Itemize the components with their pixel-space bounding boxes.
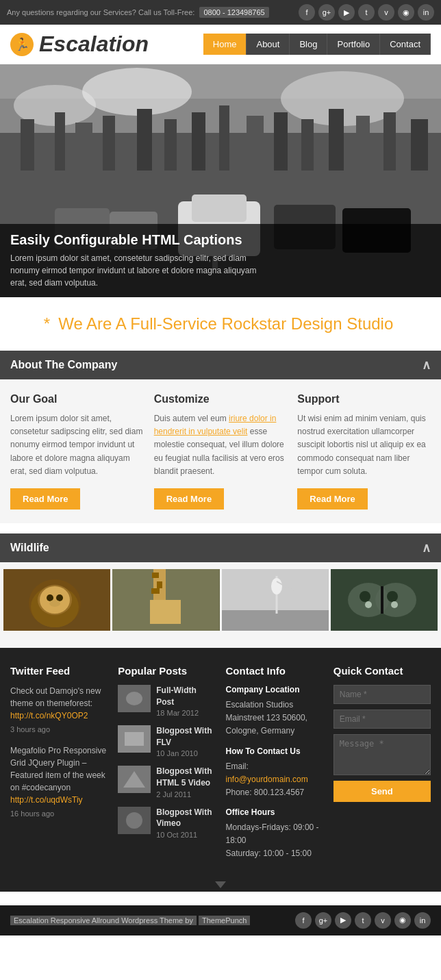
- wildlife-img-heron: [222, 569, 329, 631]
- footer-bottom-socials: f g+ ▶ t v ◉ in: [295, 912, 431, 929]
- footer-social-facebook-icon[interactable]: f: [295, 912, 312, 929]
- popular-post-4: Blogpost With Vimeo 10 Oct 2011: [118, 807, 215, 839]
- about-customize-title: Customize: [154, 393, 288, 405]
- about-goal-btn[interactable]: Read More: [10, 488, 80, 510]
- about-customize-btn[interactable]: Read More: [154, 488, 224, 510]
- footer-spacer: [0, 871, 441, 892]
- about-support-text: Ut wisi enim ad minim veniam, quis nostr…: [297, 412, 431, 478]
- svg-point-55: [365, 601, 372, 608]
- about-section-title: About The Company: [10, 359, 117, 371]
- footer-social-youtube-icon[interactable]: ▶: [335, 912, 351, 929]
- message-input[interactable]: [333, 734, 431, 775]
- svg-rect-12: [192, 112, 205, 174]
- svg-point-53: [360, 591, 370, 602]
- svg-rect-8: [75, 123, 92, 174]
- twitter-item-2-time: 16 hours ago: [10, 808, 108, 820]
- name-input[interactable]: [333, 685, 431, 704]
- quick-contact-title: Quick Contact: [333, 665, 431, 677]
- social-twitter-icon[interactable]: t: [358, 4, 375, 21]
- about-goal-title: Our Goal: [10, 393, 144, 405]
- twitter-feed-title: Twitter Feed: [10, 665, 108, 677]
- about-col-goal: Our Goal Lorem ipsum dolor sit amet, con…: [10, 393, 144, 510]
- svg-rect-25: [192, 194, 247, 222]
- social-youtube-icon[interactable]: ▶: [338, 4, 355, 21]
- svg-rect-20: [411, 119, 428, 174]
- section-gap: [0, 523, 441, 533]
- contact-office-hours-1: Mondays-Fridays: 09:00 - 18:00: [226, 822, 319, 845]
- popular-posts-title: Popular Posts: [118, 665, 215, 677]
- heron-svg: [222, 569, 329, 631]
- footer: Twitter Feed Check out Damojo's new them…: [0, 648, 441, 871]
- twitter-item-2-text: Megafolio Pro Responsive Grid JQuery Plu…: [10, 746, 106, 792]
- contact-company-header: Company Location: [226, 685, 323, 694]
- svg-rect-13: [219, 105, 229, 174]
- about-col-customize: Customize Duis autem vel eum iriure dolo…: [154, 393, 288, 510]
- social-flickr-icon[interactable]: ◉: [398, 4, 414, 21]
- svg-point-37: [49, 600, 60, 607]
- popular-post-link-2[interactable]: Blogpost With FLV: [156, 726, 212, 747]
- hero-text: Lorem ipsum dolor sit amet, consetetur s…: [10, 252, 270, 289]
- about-customize-text: Duis autem vel eum iriure dolor in hendr…: [154, 412, 288, 478]
- popular-post-info-4: Blogpost With Vimeo 10 Oct 2011: [156, 807, 215, 839]
- footer-social-linkedin-icon[interactable]: in: [414, 912, 431, 929]
- footer-credit: Escalation Responsive Allround Wordpress…: [10, 916, 197, 925]
- svg-point-54: [387, 591, 398, 602]
- about-columns: Our Goal Lorem ipsum dolor sit amet, con…: [10, 393, 431, 510]
- popular-post-link-4[interactable]: Blogpost With Vimeo: [156, 807, 212, 829]
- about-support-title: Support: [297, 393, 431, 405]
- social-google-icon[interactable]: g+: [318, 4, 335, 21]
- popular-post-img-4: [118, 807, 151, 834]
- wildlife-img-giraffe: [112, 569, 219, 631]
- email-input[interactable]: [333, 709, 431, 729]
- nav-blog[interactable]: Blog: [290, 34, 327, 55]
- nav-about[interactable]: About: [247, 34, 290, 55]
- svg-rect-17: [329, 109, 344, 174]
- popular-post-link-3[interactable]: Blogpost With HTML 5 Video: [156, 766, 212, 788]
- about-chevron-icon[interactable]: ∧: [422, 357, 431, 373]
- main-nav: Home About Blog Portfolio Contact: [203, 34, 431, 55]
- social-facebook-icon[interactable]: f: [299, 4, 315, 21]
- top-bar: Any questions regarding our Services? Ca…: [0, 0, 441, 25]
- lion-svg: [3, 569, 110, 631]
- about-support-btn[interactable]: Read More: [297, 488, 367, 510]
- logo-icon: 🏃: [10, 33, 34, 56]
- svg-rect-18: [356, 116, 370, 174]
- contact-info-col: Contact Info Company Location Escalation…: [226, 665, 323, 861]
- contact-company-name: Escalation Studios: [226, 699, 323, 712]
- social-vimeo-icon[interactable]: v: [378, 4, 394, 21]
- send-button[interactable]: Send: [333, 781, 431, 802]
- nav-home[interactable]: Home: [203, 34, 247, 55]
- popular-post-date-2: 10 Jan 2010: [156, 749, 215, 757]
- footer-social-flickr-icon[interactable]: ◉: [394, 912, 411, 929]
- butterfly-svg: [331, 569, 438, 631]
- nav-portfolio[interactable]: Portfolio: [327, 34, 380, 55]
- footer-social-google-icon[interactable]: g+: [315, 912, 331, 929]
- svg-rect-42: [157, 581, 162, 588]
- contact-email-link[interactable]: info@yourdomain.com: [226, 775, 308, 784]
- wildlife-images: [0, 562, 441, 638]
- svg-point-35: [47, 594, 53, 601]
- wildlife-chevron-icon[interactable]: ∧: [422, 540, 431, 555]
- tagline-text: We Are A Full-Service Rockstar Design St…: [58, 314, 393, 333]
- quick-contact-col: Quick Contact Send: [333, 665, 431, 861]
- popular-post-info-1: Full-Width Post 18 Mar 2012: [156, 685, 215, 717]
- svg-rect-40: [150, 600, 181, 624]
- tagline-star: *: [44, 314, 50, 333]
- popular-post-img-2: [118, 725, 151, 753]
- footer-social-twitter-icon[interactable]: t: [355, 912, 371, 929]
- svg-point-59: [126, 692, 142, 705]
- twitter-item-1-link[interactable]: http://t.co/nkQY0OP2: [10, 711, 88, 720]
- footer-social-vimeo-icon[interactable]: v: [375, 912, 391, 929]
- social-linkedin-icon[interactable]: in: [418, 4, 434, 21]
- wildlife-section-title: Wildlife: [10, 542, 49, 554]
- giraffe-svg: [112, 569, 219, 631]
- popular-post-link-1[interactable]: Full-Width Post: [156, 686, 197, 707]
- svg-rect-9: [103, 116, 115, 174]
- post-img-1-svg: [118, 685, 151, 712]
- twitter-item-2-link[interactable]: http://t.co/uqdWsTiy: [10, 795, 83, 805]
- nav-contact[interactable]: Contact: [380, 34, 431, 55]
- svg-point-56: [391, 601, 398, 608]
- logo: 🏃 Escalation: [10, 32, 149, 57]
- post-img-2-svg: [118, 725, 151, 753]
- message-field: [333, 734, 431, 775]
